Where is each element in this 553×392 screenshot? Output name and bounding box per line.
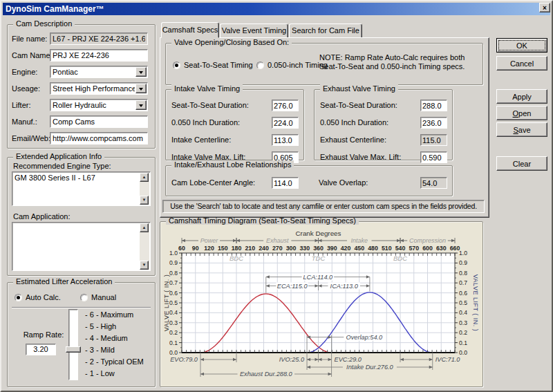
manuf-field[interactable] xyxy=(50,115,148,128)
cam-name-row: Cam Name: xyxy=(12,49,148,62)
auto-calc-option[interactable]: Auto Calc. xyxy=(15,292,61,301)
svg-text:210: 210 xyxy=(245,245,255,252)
svg-text:0.9: 0.9 xyxy=(459,259,467,266)
title-bar: DynoSim CamManager™ xyxy=(3,3,550,15)
table-row: Intake Centerline: xyxy=(171,134,298,146)
file-name-label: File name: xyxy=(12,35,50,43)
svg-text:180: 180 xyxy=(232,245,242,252)
tab-valve-event-timing[interactable]: Valve Event Timing xyxy=(220,24,288,37)
cancel-button[interactable]: Cancel xyxy=(496,56,547,71)
camshaft-timing-chart: BDCTDCBDC0.00.00.10.10.20.20.30.30.40.40… xyxy=(164,230,479,384)
tab-camshaft-specs[interactable]: Camshaft Specs xyxy=(161,22,219,38)
table-row: Exhaust Valve Max. Lift: xyxy=(320,151,447,163)
exhaust-050-duration-label: 0.050 Inch Duration: xyxy=(320,118,388,127)
svg-text:0.8: 0.8 xyxy=(459,270,467,277)
slider-label-2: - 2 - Typical OEM xyxy=(85,357,144,366)
intake-sts-duration-field[interactable] xyxy=(272,100,299,111)
svg-text:0.2: 0.2 xyxy=(169,329,178,336)
scroll-up-icon[interactable]: ▲ xyxy=(140,173,149,182)
email-web-field[interactable] xyxy=(50,132,148,144)
table-row: 0.050 Inch Duration: xyxy=(171,117,298,129)
useage-select[interactable]: Street High Performance xyxy=(50,82,148,95)
svg-text:360: 360 xyxy=(313,245,324,252)
svg-text:570: 570 xyxy=(409,245,419,252)
manual-radio[interactable] xyxy=(80,294,88,301)
engine-type-text: GM 3800 Series II - L67 xyxy=(15,174,138,204)
cam-application-text xyxy=(15,224,138,269)
camshaft-timing-diagram-group: Camshaft Timing Diagram (Seat-To-Seat Ti… xyxy=(160,221,483,387)
ramp-rate-slider-thumb[interactable] xyxy=(66,346,81,353)
manual-label: Manual xyxy=(88,293,116,301)
open-button[interactable]: Open xyxy=(496,106,547,120)
cam-description-group: Cam Description File name: Cam Name: Eng… xyxy=(7,24,156,149)
svg-text:ECA:115.0: ECA:115.0 xyxy=(277,283,308,290)
tab-search-for-cam-file[interactable]: Search for Cam File xyxy=(289,24,362,37)
exhaust-050-duration-field[interactable] xyxy=(420,117,447,129)
ramp-rate-slider-track[interactable] xyxy=(68,309,78,380)
cam-name-field[interactable] xyxy=(50,49,148,62)
svg-text:0.0: 0.0 xyxy=(169,349,178,356)
lifter-acceleration-title: Estimated Lifter Acceleration xyxy=(13,277,115,286)
save-accel: S xyxy=(513,126,518,134)
seat-to-seat-label: Seat-To-Seat Timing xyxy=(180,61,253,69)
seat-to-seat-option[interactable]: Seat-To-Seat Timing xyxy=(173,60,253,69)
cam-name-label: Cam Name: xyxy=(12,51,50,59)
svg-text:IVO:25.0: IVO:25.0 xyxy=(279,356,305,363)
lifter-select[interactable]: Roller Hydraulic xyxy=(50,99,148,111)
engine-type-textarea[interactable]: GM 3800 Series II - L67 ▲ ▼ xyxy=(12,171,151,206)
svg-text:LCA:114.0: LCA:114.0 xyxy=(303,274,333,281)
valve-basis-title: Valve Opening/Closing Based On: xyxy=(171,38,292,46)
ramp-rate-label: Ramp Rate: xyxy=(23,330,64,339)
useage-row: Useage: Street High Performance xyxy=(12,82,148,95)
scrollbar[interactable]: ▲ ▼ xyxy=(140,173,149,205)
lobe-relationships-title: Intake/Exhaust Lobe Relationships xyxy=(171,160,294,169)
lifter-dropdown-button[interactable] xyxy=(135,100,147,110)
auto-calc-radio[interactable] xyxy=(15,294,22,301)
valve-overlap-label: Valve Overlap: xyxy=(319,178,368,187)
svg-text:0.6: 0.6 xyxy=(169,290,178,297)
svg-text:Intake: Intake xyxy=(350,237,368,244)
exhaust-max-lift-field[interactable] xyxy=(420,151,447,163)
intake-timing-title: Intake Valve Timing xyxy=(171,84,243,93)
file-name-row: File name: xyxy=(12,32,148,45)
engine-dropdown-button[interactable] xyxy=(135,67,147,77)
engine-select[interactable]: Pontiac xyxy=(50,66,148,78)
svg-text:Crank Degrees: Crank Degrees xyxy=(296,230,341,237)
intake-centerline-field[interactable] xyxy=(272,134,299,146)
lifter-row: Lifter: Roller Hydraulic xyxy=(12,99,148,111)
svg-text:0.4: 0.4 xyxy=(169,309,178,316)
svg-text:90: 90 xyxy=(192,245,199,252)
clear-button[interactable]: Clear xyxy=(496,156,547,171)
scrollbar[interactable]: ▲ ▼ xyxy=(140,223,149,270)
table-row: 0.050 Inch Duration: xyxy=(320,117,447,129)
useage-dropdown-button[interactable] xyxy=(135,84,147,93)
seat-to-seat-radio[interactable] xyxy=(173,62,180,69)
table-row: Seat-To-Seat Duration: xyxy=(320,100,447,111)
valve-basis-group: Valve Opening/Closing Based On: Seat-To-… xyxy=(165,43,483,85)
lobe-center-angle-field[interactable] xyxy=(272,177,299,189)
table-row: Exhaust Centerline: xyxy=(320,134,447,146)
apply-button[interactable]: Apply xyxy=(496,89,547,104)
extended-info-title: Extended Application Info xyxy=(13,152,104,160)
ok-button[interactable]: OK xyxy=(496,38,547,53)
scroll-down-icon[interactable]: ▼ xyxy=(140,196,149,205)
table-row: Seat-To-Seat Duration: xyxy=(171,100,298,111)
chevron-down-icon xyxy=(139,71,143,76)
intake-050-duration-field[interactable] xyxy=(272,117,299,129)
inch-timing-label: 0.050-inch Timing xyxy=(264,61,328,69)
search-hint: Use the 'Search' tab to locate and test … xyxy=(162,200,485,213)
exhaust-sts-duration-field[interactable] xyxy=(420,100,447,111)
email-web-label: Email/Web: xyxy=(12,134,50,142)
save-rest: ave xyxy=(518,126,531,134)
scroll-down-icon[interactable]: ▼ xyxy=(140,261,149,270)
save-button[interactable]: Save xyxy=(496,122,547,137)
cam-application-textarea[interactable]: ▲ ▼ xyxy=(12,222,151,271)
scroll-up-icon[interactable]: ▲ xyxy=(140,223,149,232)
inch-timing-option[interactable]: 0.050-inch Timing xyxy=(256,60,328,69)
manual-option[interactable]: Manual xyxy=(80,292,116,301)
close-button[interactable]: × xyxy=(539,3,550,12)
svg-text:390: 390 xyxy=(327,245,337,252)
inch-timing-radio[interactable] xyxy=(256,62,264,69)
manuf-label: Manuf.: xyxy=(12,118,50,126)
svg-text:0.5: 0.5 xyxy=(459,299,467,306)
